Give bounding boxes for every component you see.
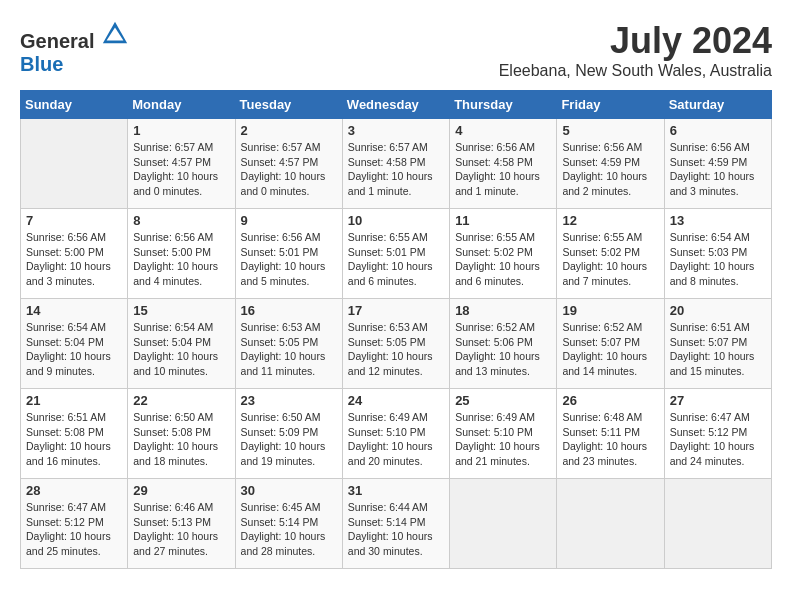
- day-info: Sunrise: 6:49 AM Sunset: 5:10 PM Dayligh…: [455, 410, 551, 469]
- day-info: Sunrise: 6:52 AM Sunset: 5:06 PM Dayligh…: [455, 320, 551, 379]
- main-title: July 2024: [499, 20, 772, 62]
- day-number: 23: [241, 393, 337, 408]
- day-info: Sunrise: 6:51 AM Sunset: 5:08 PM Dayligh…: [26, 410, 122, 469]
- calendar-cell: [450, 479, 557, 569]
- subtitle: Eleebana, New South Wales, Australia: [499, 62, 772, 80]
- weekday-header-row: SundayMondayTuesdayWednesdayThursdayFrid…: [21, 91, 772, 119]
- calendar-cell: 4Sunrise: 6:56 AM Sunset: 4:58 PM Daylig…: [450, 119, 557, 209]
- day-number: 29: [133, 483, 229, 498]
- calendar-cell: 21Sunrise: 6:51 AM Sunset: 5:08 PM Dayli…: [21, 389, 128, 479]
- page-header: General Blue July 2024 Eleebana, New Sou…: [20, 20, 772, 80]
- weekday-header-tuesday: Tuesday: [235, 91, 342, 119]
- day-info: Sunrise: 6:55 AM Sunset: 5:02 PM Dayligh…: [455, 230, 551, 289]
- day-info: Sunrise: 6:47 AM Sunset: 5:12 PM Dayligh…: [670, 410, 766, 469]
- day-number: 30: [241, 483, 337, 498]
- weekday-header-thursday: Thursday: [450, 91, 557, 119]
- calendar-cell: 19Sunrise: 6:52 AM Sunset: 5:07 PM Dayli…: [557, 299, 664, 389]
- logo: General Blue: [20, 20, 129, 76]
- day-info: Sunrise: 6:50 AM Sunset: 5:08 PM Dayligh…: [133, 410, 229, 469]
- weekday-header-monday: Monday: [128, 91, 235, 119]
- calendar-cell: 6Sunrise: 6:56 AM Sunset: 4:59 PM Daylig…: [664, 119, 771, 209]
- calendar-cell: 9Sunrise: 6:56 AM Sunset: 5:01 PM Daylig…: [235, 209, 342, 299]
- logo-text: General Blue: [20, 20, 129, 76]
- weekday-header-friday: Friday: [557, 91, 664, 119]
- calendar-week-row: 14Sunrise: 6:54 AM Sunset: 5:04 PM Dayli…: [21, 299, 772, 389]
- calendar-week-row: 1Sunrise: 6:57 AM Sunset: 4:57 PM Daylig…: [21, 119, 772, 209]
- calendar-cell: 20Sunrise: 6:51 AM Sunset: 5:07 PM Dayli…: [664, 299, 771, 389]
- calendar-cell: 22Sunrise: 6:50 AM Sunset: 5:08 PM Dayli…: [128, 389, 235, 479]
- calendar-cell: 23Sunrise: 6:50 AM Sunset: 5:09 PM Dayli…: [235, 389, 342, 479]
- day-info: Sunrise: 6:44 AM Sunset: 5:14 PM Dayligh…: [348, 500, 444, 559]
- logo-icon: [101, 20, 129, 48]
- day-info: Sunrise: 6:53 AM Sunset: 5:05 PM Dayligh…: [241, 320, 337, 379]
- day-info: Sunrise: 6:47 AM Sunset: 5:12 PM Dayligh…: [26, 500, 122, 559]
- day-number: 24: [348, 393, 444, 408]
- weekday-header-saturday: Saturday: [664, 91, 771, 119]
- day-info: Sunrise: 6:52 AM Sunset: 5:07 PM Dayligh…: [562, 320, 658, 379]
- calendar-week-row: 28Sunrise: 6:47 AM Sunset: 5:12 PM Dayli…: [21, 479, 772, 569]
- day-number: 31: [348, 483, 444, 498]
- calendar-cell: 18Sunrise: 6:52 AM Sunset: 5:06 PM Dayli…: [450, 299, 557, 389]
- calendar-cell: 10Sunrise: 6:55 AM Sunset: 5:01 PM Dayli…: [342, 209, 449, 299]
- calendar-cell: [557, 479, 664, 569]
- calendar-cell: 17Sunrise: 6:53 AM Sunset: 5:05 PM Dayli…: [342, 299, 449, 389]
- day-info: Sunrise: 6:45 AM Sunset: 5:14 PM Dayligh…: [241, 500, 337, 559]
- day-info: Sunrise: 6:54 AM Sunset: 5:04 PM Dayligh…: [133, 320, 229, 379]
- calendar-cell: 26Sunrise: 6:48 AM Sunset: 5:11 PM Dayli…: [557, 389, 664, 479]
- calendar-cell: 27Sunrise: 6:47 AM Sunset: 5:12 PM Dayli…: [664, 389, 771, 479]
- calendar-table: SundayMondayTuesdayWednesdayThursdayFrid…: [20, 90, 772, 569]
- day-number: 17: [348, 303, 444, 318]
- day-number: 5: [562, 123, 658, 138]
- day-number: 8: [133, 213, 229, 228]
- day-number: 14: [26, 303, 122, 318]
- calendar-cell: 29Sunrise: 6:46 AM Sunset: 5:13 PM Dayli…: [128, 479, 235, 569]
- calendar-cell: 3Sunrise: 6:57 AM Sunset: 4:58 PM Daylig…: [342, 119, 449, 209]
- day-number: 26: [562, 393, 658, 408]
- calendar-week-row: 21Sunrise: 6:51 AM Sunset: 5:08 PM Dayli…: [21, 389, 772, 479]
- calendar-cell: [21, 119, 128, 209]
- calendar-cell: 14Sunrise: 6:54 AM Sunset: 5:04 PM Dayli…: [21, 299, 128, 389]
- day-number: 10: [348, 213, 444, 228]
- calendar-cell: 13Sunrise: 6:54 AM Sunset: 5:03 PM Dayli…: [664, 209, 771, 299]
- calendar-week-row: 7Sunrise: 6:56 AM Sunset: 5:00 PM Daylig…: [21, 209, 772, 299]
- logo-general: General: [20, 30, 94, 52]
- day-info: Sunrise: 6:55 AM Sunset: 5:02 PM Dayligh…: [562, 230, 658, 289]
- day-info: Sunrise: 6:49 AM Sunset: 5:10 PM Dayligh…: [348, 410, 444, 469]
- day-number: 4: [455, 123, 551, 138]
- calendar-cell: 25Sunrise: 6:49 AM Sunset: 5:10 PM Dayli…: [450, 389, 557, 479]
- calendar-cell: 24Sunrise: 6:49 AM Sunset: 5:10 PM Dayli…: [342, 389, 449, 479]
- day-info: Sunrise: 6:57 AM Sunset: 4:57 PM Dayligh…: [133, 140, 229, 199]
- day-number: 20: [670, 303, 766, 318]
- calendar-cell: 2Sunrise: 6:57 AM Sunset: 4:57 PM Daylig…: [235, 119, 342, 209]
- day-number: 6: [670, 123, 766, 138]
- day-info: Sunrise: 6:54 AM Sunset: 5:03 PM Dayligh…: [670, 230, 766, 289]
- day-info: Sunrise: 6:53 AM Sunset: 5:05 PM Dayligh…: [348, 320, 444, 379]
- calendar-cell: 28Sunrise: 6:47 AM Sunset: 5:12 PM Dayli…: [21, 479, 128, 569]
- day-info: Sunrise: 6:56 AM Sunset: 4:58 PM Dayligh…: [455, 140, 551, 199]
- day-number: 9: [241, 213, 337, 228]
- day-number: 16: [241, 303, 337, 318]
- day-number: 12: [562, 213, 658, 228]
- day-info: Sunrise: 6:56 AM Sunset: 5:01 PM Dayligh…: [241, 230, 337, 289]
- calendar-cell: 1Sunrise: 6:57 AM Sunset: 4:57 PM Daylig…: [128, 119, 235, 209]
- day-number: 15: [133, 303, 229, 318]
- day-number: 1: [133, 123, 229, 138]
- calendar-cell: [664, 479, 771, 569]
- calendar-cell: 15Sunrise: 6:54 AM Sunset: 5:04 PM Dayli…: [128, 299, 235, 389]
- day-number: 18: [455, 303, 551, 318]
- day-info: Sunrise: 6:56 AM Sunset: 4:59 PM Dayligh…: [562, 140, 658, 199]
- title-block: July 2024 Eleebana, New South Wales, Aus…: [499, 20, 772, 80]
- calendar-cell: 8Sunrise: 6:56 AM Sunset: 5:00 PM Daylig…: [128, 209, 235, 299]
- day-info: Sunrise: 6:55 AM Sunset: 5:01 PM Dayligh…: [348, 230, 444, 289]
- calendar-cell: 11Sunrise: 6:55 AM Sunset: 5:02 PM Dayli…: [450, 209, 557, 299]
- weekday-header-wednesday: Wednesday: [342, 91, 449, 119]
- calendar-cell: 16Sunrise: 6:53 AM Sunset: 5:05 PM Dayli…: [235, 299, 342, 389]
- day-number: 25: [455, 393, 551, 408]
- day-number: 27: [670, 393, 766, 408]
- day-info: Sunrise: 6:56 AM Sunset: 4:59 PM Dayligh…: [670, 140, 766, 199]
- calendar-cell: 30Sunrise: 6:45 AM Sunset: 5:14 PM Dayli…: [235, 479, 342, 569]
- day-number: 28: [26, 483, 122, 498]
- day-number: 11: [455, 213, 551, 228]
- calendar-cell: 31Sunrise: 6:44 AM Sunset: 5:14 PM Dayli…: [342, 479, 449, 569]
- day-number: 13: [670, 213, 766, 228]
